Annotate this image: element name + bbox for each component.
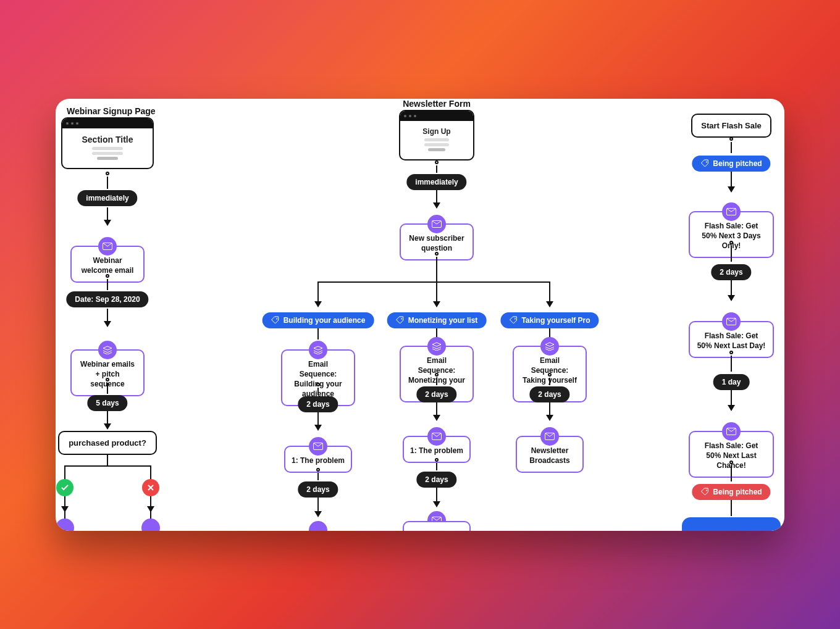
diagram-card: Webinar Signup Page Section Title immedi…	[56, 99, 784, 531]
tag-icon	[700, 159, 709, 168]
mail-icon	[309, 437, 327, 456]
tag-label: Being pitched	[713, 159, 762, 168]
label-webinar-signup: Webinar Signup Page	[67, 106, 156, 116]
delay-pill-2days-c2[interactable]: 2 days	[416, 472, 456, 488]
stack-icon	[540, 337, 559, 356]
tag-icon	[396, 316, 405, 325]
section-title: Section Title	[67, 135, 148, 144]
svg-point-2	[276, 318, 277, 319]
svg-point-13	[706, 489, 707, 491]
browser-titlebar	[62, 119, 153, 128]
yes-icon	[56, 479, 74, 496]
tag-pill-peek[interactable]	[682, 517, 781, 531]
signup-title: Sign Up	[405, 127, 468, 136]
browser-titlebar	[400, 111, 473, 121]
mail-icon	[722, 202, 741, 221]
svg-point-7	[514, 318, 516, 319]
delay-pill-1day-e[interactable]: 1 day	[713, 374, 750, 390]
tag-pill-building[interactable]: Building your audience	[262, 312, 374, 328]
email-node-label: 1: The problem	[292, 456, 345, 465]
delay-pill-2days-c1[interactable]: 2 days	[416, 386, 456, 402]
mail-icon	[722, 422, 741, 441]
mail-icon	[141, 519, 160, 531]
flow-canvas[interactable]: Webinar Signup Page Section Title immedi…	[56, 99, 784, 531]
browser-mock-newsletter[interactable]: Sign Up	[399, 110, 474, 160]
tag-icon	[271, 316, 280, 325]
tag-pill-monetizing[interactable]: Monetizing your list	[387, 312, 487, 328]
tag-label: Taking yourself Pro	[521, 316, 590, 325]
tag-icon	[509, 316, 518, 325]
stack-icon	[98, 341, 117, 359]
browser-body: Section Title	[62, 128, 153, 168]
mail-icon	[722, 312, 741, 331]
delay-pill-2days-b1[interactable]: 2 days	[298, 396, 338, 412]
svg-point-4	[401, 318, 402, 319]
tag-label: Monetizing your list	[408, 316, 478, 325]
mail-icon	[56, 519, 74, 531]
delay-pill-2days-e[interactable]: 2 days	[711, 264, 751, 280]
label-newsletter-form: Newsletter Form	[403, 99, 471, 109]
email-node-label: Flash Sale: Get 50% Next Last Day!	[697, 331, 766, 350]
mail-icon	[309, 521, 327, 531]
svg-point-9	[706, 161, 707, 162]
delay-pill-5days[interactable]: 5 days	[87, 395, 127, 411]
no-icon	[142, 479, 159, 496]
mail-icon	[427, 427, 446, 446]
email-node-newsletter-broadcast[interactable]: Newsletter Broadcasts	[516, 436, 584, 473]
delay-pill-immediately-c[interactable]: immediately	[406, 174, 466, 190]
tag-pill-pro[interactable]: Taking yourself Pro	[500, 312, 598, 328]
tag-label: Being pitched	[713, 488, 762, 496]
browser-mock-webinar[interactable]: Section Title	[61, 117, 154, 169]
tag-pill-being-pitched-1[interactable]: Being pitched	[692, 156, 770, 172]
mail-icon	[98, 237, 117, 256]
tag-pill-being-pitched-2[interactable]: Being pitched	[692, 484, 770, 500]
delay-pill-2days-d[interactable]: 2 days	[529, 386, 569, 402]
email-node-label: New subscriber question	[409, 234, 464, 252]
tag-icon	[700, 488, 709, 496]
stack-icon	[427, 337, 446, 356]
tag-label: Building your audience	[284, 316, 366, 325]
email-node-c-next[interactable]	[403, 521, 471, 531]
start-node-flash-sale[interactable]: Start Flash Sale	[691, 114, 771, 138]
condition-node-purchased[interactable]: purchased product?	[58, 431, 157, 455]
delay-pill-2days-b2[interactable]: 2 days	[298, 481, 338, 498]
email-node-label: 1: The problem	[410, 446, 463, 455]
date-pill[interactable]: Date: Sep 28, 2020	[66, 291, 148, 307]
browser-body: Sign Up	[400, 121, 473, 159]
delay-pill-immediately-a[interactable]: immediately	[77, 190, 137, 206]
mail-icon	[540, 427, 559, 446]
mail-icon	[427, 215, 446, 233]
email-node-label: Webinar welcome email	[82, 256, 134, 275]
email-node-label: Newsletter Broadcasts	[529, 446, 569, 465]
stack-icon	[309, 341, 327, 359]
